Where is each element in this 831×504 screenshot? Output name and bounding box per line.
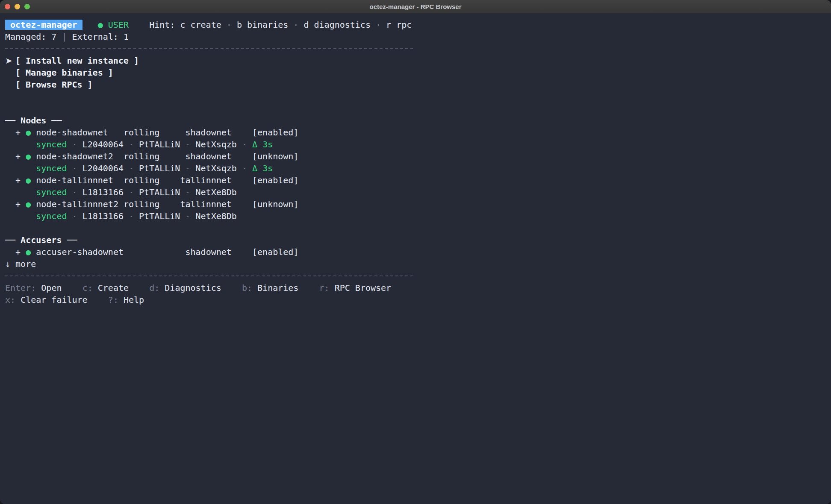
status-dot-icon: ● bbox=[26, 175, 31, 185]
gap bbox=[31, 175, 36, 185]
key-question: ?: bbox=[108, 295, 124, 305]
node-name: node-shadownet bbox=[36, 127, 124, 138]
block-level: L2040064 bbox=[83, 139, 124, 149]
app-window: octez-manager - RPC Browser octez-manage… bbox=[0, 0, 831, 504]
top-separator bbox=[5, 48, 414, 49]
indent bbox=[5, 211, 36, 221]
accuser-network: shadownet bbox=[180, 247, 231, 257]
node-row-tallinnnet[interactable]: + ● node-tallinnnet rolling tallinnnet [… bbox=[5, 174, 831, 186]
sync-state: synced bbox=[36, 211, 67, 221]
node-network: tallinnnet bbox=[180, 199, 231, 209]
indent bbox=[5, 187, 36, 197]
dot-separator: · bbox=[180, 211, 195, 221]
accusers-section-title: ── Accusers ── bbox=[5, 234, 831, 246]
title-bar[interactable]: octez-manager - RPC Browser bbox=[0, 0, 831, 13]
instance-counts: Managed: 7 | External: 1 bbox=[5, 31, 831, 43]
key-b: b: bbox=[242, 283, 257, 293]
indent bbox=[5, 163, 36, 173]
app-tab: octez-manager bbox=[5, 20, 83, 30]
node-row-shadownet[interactable]: + ● node-shadownet rolling shadownet [en… bbox=[5, 126, 831, 138]
gap bbox=[232, 175, 252, 185]
selection-arrow-icon: ➤ bbox=[5, 55, 15, 67]
footer-separator bbox=[5, 275, 414, 276]
app-header: octez-manager ● USER Hint: c create · b … bbox=[5, 19, 831, 31]
managed-count: Managed: 7 bbox=[5, 32, 62, 42]
protocol: PtTALLiN bbox=[139, 163, 180, 173]
sync-state: synced bbox=[36, 163, 67, 173]
key-c: c: bbox=[83, 283, 98, 293]
node-mode: rolling bbox=[124, 175, 180, 185]
gap bbox=[31, 247, 36, 257]
dot-separator: · bbox=[124, 163, 139, 173]
node-row-tallinnnet2[interactable]: + ● node-tallinnnet2 rolling tallinnnet … bbox=[5, 198, 831, 210]
hint-create: Hint: c create bbox=[149, 20, 221, 30]
gap bbox=[232, 247, 252, 257]
sync-delta: Δ 3s bbox=[252, 139, 273, 149]
dot-separator: · bbox=[67, 139, 83, 149]
chain-id: NetXe8Db bbox=[196, 187, 237, 197]
gap bbox=[62, 283, 82, 293]
menu-item-label: [ Install new instance ] bbox=[15, 56, 139, 66]
expand-plus-icon: + bbox=[5, 199, 26, 209]
dot-separator: · bbox=[180, 139, 195, 149]
key-r: r: bbox=[319, 283, 335, 293]
node-name: node-tallinnnet bbox=[36, 175, 124, 185]
gap bbox=[298, 283, 319, 293]
status-dot-icon: ● bbox=[26, 199, 31, 209]
menu-item-browse-rpcs[interactable]: [ Browse RPCs ] bbox=[5, 79, 831, 91]
dot-separator: · bbox=[67, 187, 83, 197]
gap bbox=[129, 283, 149, 293]
key-d: d: bbox=[149, 283, 165, 293]
indent bbox=[5, 139, 36, 149]
node-network: shadownet bbox=[180, 127, 231, 138]
pipe-divider: | bbox=[62, 32, 67, 42]
node-row-shadownet2[interactable]: + ● node-shadownet2 rolling shadownet [u… bbox=[5, 150, 831, 162]
expand-plus-icon: + bbox=[5, 151, 26, 161]
menu-item-label: [ Browse RPCs ] bbox=[15, 79, 93, 90]
hint-diagnostics: d diagnostics bbox=[304, 20, 371, 30]
node-detail-shadownet2: synced · L2040064 · PtTALLiN · NetXsqzb … bbox=[5, 162, 831, 174]
accuser-row-shadownet[interactable]: + ● accuser-shadownet shadownet [enabled… bbox=[5, 246, 831, 258]
nodes-section-title: ── Nodes ── bbox=[5, 114, 831, 126]
action-diagnostics: Diagnostics bbox=[165, 283, 221, 293]
node-mode: rolling bbox=[124, 199, 180, 209]
dot-separator: · bbox=[237, 139, 252, 149]
gap bbox=[31, 151, 36, 161]
menu-item-install-new-instance[interactable]: ➤[ Install new instance ] bbox=[5, 55, 831, 67]
action-create: Create bbox=[98, 283, 129, 293]
accuser-name: accuser-shadownet bbox=[36, 247, 124, 257]
node-mode: rolling bbox=[124, 151, 180, 161]
chain-id: NetXsqzb bbox=[196, 163, 237, 173]
gap bbox=[88, 295, 108, 305]
node-detail-tallinnnet: synced · L1813166 · PtTALLiN · NetXe8Db bbox=[5, 186, 831, 198]
sync-delta: Δ 3s bbox=[252, 163, 273, 173]
dot-separator: · bbox=[180, 163, 195, 173]
node-network: tallinnnet bbox=[180, 175, 231, 185]
protocol: PtTALLiN bbox=[139, 139, 180, 149]
status-badge: [unknown] bbox=[252, 199, 298, 209]
status-dot-icon: ● bbox=[26, 127, 31, 138]
hint-separator: · bbox=[371, 20, 386, 30]
dot-separator: · bbox=[124, 211, 139, 221]
key-x: x: bbox=[5, 295, 21, 305]
action-open: Open bbox=[41, 283, 62, 293]
protocol: PtTALLiN bbox=[139, 187, 180, 197]
status-badge: [enabled] bbox=[252, 175, 298, 185]
status-dot-icon: ● bbox=[26, 247, 31, 257]
gap bbox=[221, 283, 242, 293]
menu-item-manage-binaries[interactable]: [ Manage binaries ] bbox=[5, 67, 831, 79]
user-status-badge: ● USER bbox=[98, 20, 129, 30]
gap bbox=[232, 127, 252, 138]
dot-separator: · bbox=[124, 139, 139, 149]
gap bbox=[31, 199, 36, 209]
status-badge: [unknown] bbox=[252, 151, 298, 161]
accuser-mode bbox=[124, 247, 180, 257]
action-binaries: Binaries bbox=[257, 283, 298, 293]
status-badge: [enabled] bbox=[252, 127, 298, 138]
external-count: External: 1 bbox=[67, 32, 129, 42]
hint-rpc: r rpc bbox=[386, 20, 412, 30]
gap bbox=[31, 127, 36, 138]
expand-plus-icon: + bbox=[5, 127, 26, 138]
dot-separator: · bbox=[180, 187, 195, 197]
menu-item-label: [ Manage binaries ] bbox=[15, 67, 113, 78]
